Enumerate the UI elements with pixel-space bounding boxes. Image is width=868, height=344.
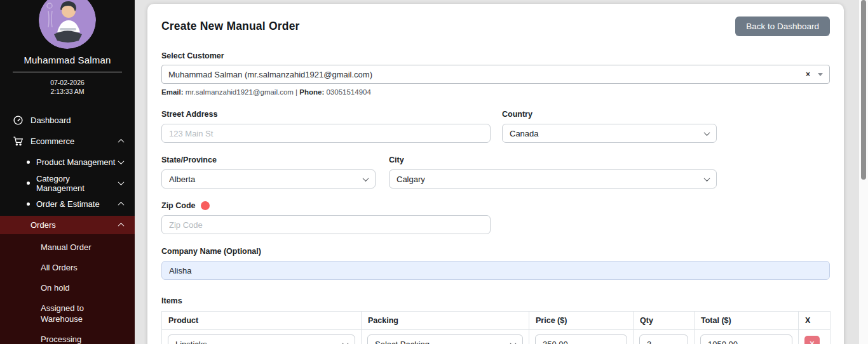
- country-select-value: Canada: [510, 129, 705, 138]
- orders-submenu: Manual Order All Orders On hold Assigned…: [0, 234, 135, 344]
- scrollbar-track[interactable]: [859, 0, 868, 344]
- chevron-up-icon: [118, 139, 125, 145]
- sidebar-item-manual-order[interactable]: Manual Order: [0, 237, 135, 257]
- cart-icon: [13, 136, 24, 147]
- product-select[interactable]: Lipsticks: [168, 334, 355, 344]
- product-select-value: Lipsticks: [175, 340, 343, 344]
- phone-value: 03051514904: [324, 88, 371, 96]
- sidebar-item-ecommerce[interactable]: Ecommerce: [0, 131, 135, 152]
- speedometer-icon: [13, 115, 24, 126]
- bullet-icon: [27, 161, 30, 164]
- sidebar-item-all-orders[interactable]: All Orders: [0, 257, 135, 277]
- street-address-label: Street Address: [161, 110, 491, 119]
- sidebar-item-label: Ecommerce: [31, 136, 74, 146]
- sidebar-item-order-estimate[interactable]: Order & Estimate: [0, 194, 135, 215]
- sidebar-item-product-management[interactable]: Product Management: [0, 152, 135, 173]
- user-name: Muhammad Salman: [0, 55, 135, 65]
- chevron-down-icon: [363, 175, 369, 182]
- state-select[interactable]: Alberta: [161, 169, 376, 189]
- sidebar-item-label: Product Management: [36, 157, 115, 167]
- time-text: 2:13:33 AM: [0, 87, 135, 96]
- sidebar-item-on-hold[interactable]: On hold: [0, 277, 135, 298]
- sidebar-item-label: Processing: [41, 334, 81, 344]
- phone-label: Phone:: [299, 88, 324, 96]
- zip-code-input[interactable]: [161, 215, 491, 234]
- street-address-input[interactable]: [161, 124, 491, 143]
- qty-input[interactable]: [639, 334, 688, 344]
- sidebar-item-orders[interactable]: Orders: [0, 216, 135, 234]
- item-row: Lipsticks Select Packing... X: [162, 330, 831, 344]
- state-province-label: State/Province: [161, 155, 376, 164]
- datetime: 07-02-2026 2:13:33 AM: [0, 78, 135, 96]
- customer-select-value: Muhammad Salman (mr.salmanzahid1921@gmai…: [168, 70, 806, 79]
- email-label: Email:: [161, 88, 184, 96]
- sidebar-item-label: On hold: [41, 283, 70, 293]
- avatar-illustration: [39, 0, 96, 49]
- country-select[interactable]: Canada: [502, 124, 717, 143]
- sidebar: Muhammad Salman 07-02-2026 2:13:33 AM Da…: [0, 0, 135, 344]
- city-label: City: [389, 155, 717, 164]
- col-packing: Packing: [362, 312, 529, 330]
- col-total: Total ($): [695, 312, 799, 330]
- chevron-down-icon: [118, 158, 125, 164]
- sidebar-item-assigned-warehouse[interactable]: Assigned to Warehouse: [0, 298, 121, 329]
- company-name-input[interactable]: [161, 261, 830, 280]
- avatar: [39, 0, 96, 49]
- sidebar-menu: Dashboard Ecommerce Product Management C…: [0, 110, 135, 344]
- sidebar-item-label: Dashboard: [31, 116, 71, 125]
- customer-meta: Email: mr.salmanzahid1921@gmail.com | Ph…: [161, 88, 830, 96]
- items-label: Items: [161, 296, 830, 305]
- col-qty: Qty: [634, 312, 695, 330]
- card-header: Create New Manual Order Back to Dashboar…: [161, 13, 830, 36]
- items-table: Product Packing Price ($) Qty Total ($) …: [161, 311, 831, 344]
- city-select[interactable]: Calgary: [389, 169, 717, 189]
- chevron-up-icon: [118, 223, 125, 229]
- clear-icon[interactable]: ×: [806, 70, 810, 78]
- items-header-row: Product Packing Price ($) Qty Total ($) …: [162, 312, 831, 330]
- chevron-down-icon: [704, 175, 710, 182]
- col-product: Product: [162, 312, 362, 330]
- chevron-down-icon: [510, 340, 517, 344]
- divider: [13, 72, 122, 72]
- create-order-card: Create New Manual Order Back to Dashboar…: [147, 4, 844, 344]
- state-select-value: Alberta: [169, 175, 363, 184]
- required-dot-icon: [201, 201, 210, 210]
- scrollbar-thumb[interactable]: [861, 0, 866, 180]
- bullet-icon: [27, 202, 30, 206]
- back-to-dashboard-button[interactable]: Back to Dashboard: [735, 17, 830, 36]
- sidebar-item-processing[interactable]: Processing: [0, 329, 135, 344]
- sidebar-item-label: All Orders: [41, 263, 78, 272]
- zip-code-label: Zip Code: [161, 201, 195, 210]
- chevron-down-icon: [118, 179, 125, 185]
- price-input[interactable]: [535, 334, 627, 344]
- sidebar-item-label: Orders: [31, 220, 56, 230]
- email-value: mr.salmanzahid1921@gmail.com: [184, 88, 296, 96]
- city-select-value: Calgary: [397, 175, 705, 184]
- packing-select[interactable]: Select Packing...: [367, 334, 523, 344]
- packing-select-value: Select Packing...: [375, 340, 511, 344]
- sidebar-item-label: Order & Estimate: [36, 199, 100, 209]
- sidebar-item-dashboard[interactable]: Dashboard: [0, 110, 135, 131]
- sidebar-item-label: Category Management: [36, 174, 119, 193]
- col-remove: X: [799, 312, 831, 330]
- chevron-down-icon: [342, 340, 349, 344]
- sidebar-item-label: Assigned to Warehouse: [41, 303, 111, 324]
- select-customer-label: Select Customer: [161, 51, 830, 60]
- sidebar-item-category-management[interactable]: Category Management: [0, 173, 135, 194]
- company-name-label: Company Name (Optional): [161, 247, 830, 256]
- chevron-down-icon: [704, 129, 710, 136]
- date-text: 07-02-2026: [0, 78, 135, 87]
- sidebar-item-label: Manual Order: [41, 242, 91, 252]
- total-input[interactable]: [700, 334, 792, 344]
- col-price: Price ($): [529, 312, 634, 330]
- caret-down-icon[interactable]: [818, 73, 823, 76]
- main-content: Create New Manual Order Back to Dashboar…: [135, 0, 868, 344]
- bullet-icon: [27, 182, 30, 185]
- customer-select[interactable]: Muhammad Salman (mr.salmanzahid1921@gmai…: [161, 65, 830, 84]
- country-label: Country: [502, 110, 717, 119]
- remove-item-button[interactable]: X: [804, 336, 820, 344]
- chevron-up-icon: [118, 202, 125, 208]
- page-title: Create New Manual Order: [161, 20, 300, 33]
